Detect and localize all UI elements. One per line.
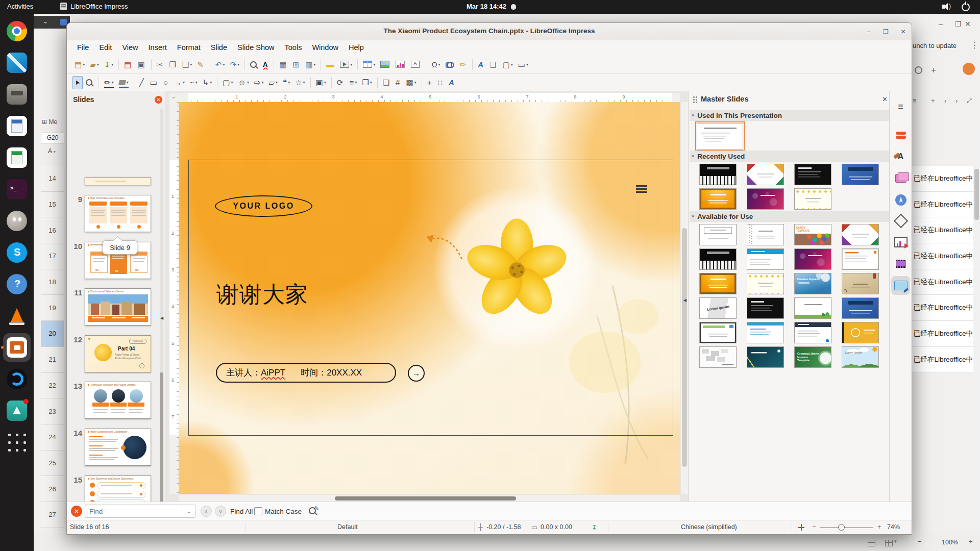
cut-icon[interactable]: ✂ <box>155 58 166 71</box>
callout-shapes-icon[interactable]: ❝▾ <box>281 76 292 89</box>
master-thumbnail[interactable] <box>699 164 737 185</box>
menu-item[interactable]: Tools <box>280 41 307 54</box>
separator[interactable] <box>357 59 358 70</box>
separator[interactable] <box>472 59 473 70</box>
focused-app-indicator[interactable]: LibreOffice Impress <box>60 3 128 10</box>
hyperlink-icon[interactable] <box>444 58 457 71</box>
insert-comment-icon[interactable]: ▬ <box>324 58 337 71</box>
plus-icon[interactable]: + <box>931 97 935 105</box>
master-thumbnail[interactable]: Growing Liberty Impress Template <box>794 346 831 368</box>
special-character-icon[interactable]: Ω▾ <box>429 58 442 71</box>
align-icon[interactable]: ≡▾ <box>347 76 359 89</box>
name-box[interactable]: G20 <box>41 133 64 143</box>
slide-thumbnail-13[interactable]: Technology Innovation and Product Upgrad… <box>85 382 151 419</box>
libreoffice-calc-icon[interactable] <box>3 143 31 172</box>
master-thumbnail[interactable]: Freshes Impress Template <box>794 273 831 294</box>
slide-properties-icon[interactable] <box>891 233 910 252</box>
separator[interactable] <box>118 59 119 70</box>
zoom-level[interactable]: 74% <box>887 523 900 531</box>
flowchart-icon[interactable]: ▱▾ <box>266 76 280 89</box>
slide-thumbnail-11[interactable]: Omni-channel Sales and Service <box>85 288 151 325</box>
master-thumbnail[interactable]: CANDY TEMPLATE <box>794 224 831 245</box>
slides-panel-scrollbar-thumb[interactable] <box>160 372 163 502</box>
slide-thumbnail-15[interactable]: User Experience and Service Optimization <box>85 475 151 502</box>
canvas-horizontal-scrollbar[interactable] <box>179 495 680 502</box>
browser-profile-icon[interactable] <box>3 365 31 393</box>
curve-icon[interactable]: ~▾ <box>188 76 200 89</box>
master-thumbnail-used[interactable] <box>697 123 743 149</box>
view-page-icon[interactable] <box>885 540 893 546</box>
clone-formatting-icon[interactable]: ✎ <box>195 58 207 71</box>
master-thumbnail[interactable] <box>842 248 879 270</box>
master-thumbnail[interactable] <box>842 224 879 245</box>
line-color-icon[interactable]: ✏▾ <box>102 76 116 89</box>
panel-grip-icon[interactable] <box>693 96 698 103</box>
view-normal-icon[interactable] <box>868 540 875 546</box>
sidebar-collapse-icon[interactable]: ◀ <box>683 298 687 303</box>
separator[interactable] <box>331 77 332 88</box>
fill-color-icon[interactable]: ▾ <box>117 76 131 89</box>
separator[interactable] <box>426 59 426 70</box>
find-input[interactable] <box>85 505 190 518</box>
vscode-icon[interactable] <box>3 48 31 77</box>
separator[interactable] <box>151 59 152 70</box>
zoom-icon[interactable] <box>84 76 95 89</box>
menu-item[interactable]: Format <box>172 41 206 54</box>
canvas-vscrollbar-thumb[interactable] <box>682 228 687 467</box>
lines-arrows-icon[interactable]: →▾ <box>172 76 187 89</box>
separator[interactable] <box>321 59 321 70</box>
properties-icon[interactable] <box>891 126 910 144</box>
calc-scrollbar[interactable] <box>974 129 979 544</box>
master-thumbnail[interactable] <box>842 164 879 185</box>
activities-button[interactable]: Activities <box>7 3 33 10</box>
slides-panel-close-icon[interactable]: ✕ <box>155 96 162 104</box>
language-status[interactable]: Chinese (simplified) <box>681 523 737 531</box>
update-banner-fragment[interactable]: unch to update <box>913 42 957 49</box>
select-icon[interactable]: ➤ <box>72 76 83 89</box>
block-arrows-icon[interactable]: ⇨▾ <box>252 76 266 89</box>
master-thumbnail[interactable] <box>842 297 879 319</box>
slides-panel-scrollbar[interactable] <box>160 109 163 502</box>
glue-points-icon[interactable]: ∷ <box>435 76 446 89</box>
master-thumbnail[interactable] <box>794 322 831 343</box>
arrow-button[interactable]: → <box>408 365 425 382</box>
find-and-replace-icon[interactable]: ✎ <box>308 506 318 516</box>
separator[interactable] <box>274 59 274 70</box>
separator[interactable] <box>217 77 217 88</box>
prev-icon[interactable]: ‹ <box>944 97 946 105</box>
draw-functions-icon[interactable]: ✏ <box>458 58 470 71</box>
start-slideshow-icon[interactable]: ▾ <box>338 58 354 71</box>
3d-objects-icon[interactable]: ▣▾ <box>314 76 328 89</box>
libreoffice-impress-icon[interactable] <box>3 333 31 362</box>
fontwork-text-icon[interactable]: A <box>447 76 457 89</box>
crop-icon[interactable]: # <box>394 76 403 89</box>
calc-zoom-level[interactable]: 100% <box>942 539 958 546</box>
new-document-icon[interactable]: ▤▾ <box>72 58 87 71</box>
title-bar[interactable]: The Xiaomi Product Ecosystem Chain.pptx … <box>67 23 912 40</box>
insert-textbox-icon[interactable] <box>409 58 423 71</box>
master-thumbnail[interactable] <box>747 188 784 210</box>
hamburger-icon[interactable]: ≡ <box>913 97 917 105</box>
find-next-button[interactable]: ∨ <box>215 506 226 517</box>
calc-minimize-button[interactable]: – <box>939 20 943 28</box>
slide-menu-icon[interactable] <box>636 185 647 193</box>
fontwork-icon[interactable]: A <box>476 58 486 71</box>
power-icon[interactable] <box>962 3 970 11</box>
star-shapes-icon[interactable]: ☆▾ <box>293 76 307 89</box>
master-thumbnail[interactable] <box>699 273 737 294</box>
sheet-menu-icon[interactable]: ⊞ Me <box>42 118 57 126</box>
master-thumbnail[interactable] <box>699 224 737 245</box>
section-used[interactable]: ˅Used in This Presentation <box>690 110 890 121</box>
master-thumbnail[interactable] <box>699 346 737 368</box>
zoom-in-button[interactable]: + <box>877 523 881 531</box>
master-thumbnail[interactable]: Lorem Ipsum <box>842 346 879 368</box>
match-case-label[interactable]: Match Case <box>265 508 302 515</box>
chrome-icon[interactable] <box>3 17 31 45</box>
find-dropdown-icon[interactable]: ⌄ <box>182 505 196 518</box>
master-slides-icon[interactable] <box>891 276 910 295</box>
insert-line-icon[interactable]: ╱ <box>137 76 147 89</box>
master-slides-close-icon[interactable]: ✕ <box>882 95 888 103</box>
add-icon[interactable]: + <box>931 65 936 76</box>
navigator-icon[interactable] <box>891 190 910 209</box>
master-thumbnail[interactable] <box>747 346 784 368</box>
